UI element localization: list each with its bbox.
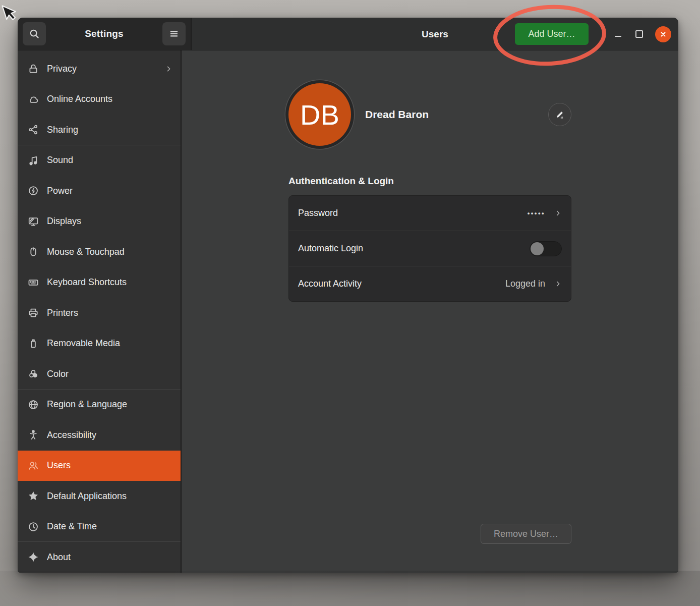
row-label: Account Activity (298, 279, 362, 289)
user-full-name: Dread Baron (365, 108, 429, 121)
sidebar-item-sharing[interactable]: Sharing (18, 115, 181, 145)
sidebar-item-label: About (47, 552, 71, 563)
row-end: Logged in (505, 279, 562, 289)
sidebar-item-label: Default Applications (47, 491, 127, 502)
section-title: Authentication & Login (288, 176, 394, 187)
chevron-right-icon (165, 65, 172, 73)
add-user-button[interactable]: Add User… (515, 23, 589, 45)
share-icon (28, 124, 39, 135)
row-value: Logged in (505, 279, 545, 289)
cloud-icon (28, 94, 39, 105)
keyboard-icon (28, 277, 39, 288)
sidebar-item-label: Users (47, 460, 71, 471)
automatic-login-row[interactable]: Automatic Login (289, 231, 571, 266)
display-icon (28, 216, 39, 227)
sidebar-item-users[interactable]: Users (18, 451, 181, 481)
sidebar-item-label: Color (47, 369, 69, 379)
sidebar-item-label: Privacy (47, 64, 77, 74)
sidebar-item-label: Sound (47, 155, 73, 166)
sidebar-item-label: Keyboard Shortcuts (47, 277, 127, 288)
sidebar-item-label: Region & Language (47, 399, 127, 410)
lock-icon (28, 63, 39, 74)
printer-icon (28, 307, 39, 318)
sidebar-item-keyboard-shortcuts[interactable]: Keyboard Shortcuts (18, 267, 181, 298)
mouse-icon (28, 246, 39, 257)
sidebar-header: Settings (18, 18, 192, 50)
sidebar-item-accessibility[interactable]: Accessibility (18, 420, 181, 451)
sidebar-item-label: Date & Time (47, 521, 97, 532)
settings-title: Settings (49, 28, 159, 39)
password-row[interactable]: Password••••• (289, 196, 571, 231)
auth-card: Password•••••Automatic LoginAccount Acti… (288, 195, 571, 302)
remove-user-button[interactable]: Remove User… (481, 524, 571, 544)
edit-name-button[interactable] (548, 103, 571, 126)
sidebar-item-label: Mouse & Touchpad (47, 247, 125, 257)
search-button[interactable] (23, 22, 46, 45)
star-icon (28, 490, 39, 502)
users-icon (28, 460, 39, 471)
usb-icon (28, 338, 39, 349)
chevron-right-icon (554, 209, 562, 217)
close-icon[interactable] (655, 26, 671, 42)
sidebar-item-sound[interactable]: Sound (18, 145, 181, 176)
pencil-icon (555, 109, 565, 120)
main-header: Users Add User… (192, 18, 678, 50)
chevron-right-icon (554, 280, 562, 288)
sidebar-item-label: Printers (47, 308, 78, 318)
window-controls (613, 18, 671, 50)
sidebar-item-mouse-touchpad[interactable]: Mouse & Touchpad (18, 237, 181, 267)
avatar: DB (288, 83, 351, 146)
page-title: Users (192, 18, 678, 50)
search-icon (29, 28, 40, 39)
sidebar: PrivacyOnline AccountsSharingSoundPowerD… (18, 50, 182, 573)
sidebar-item-color[interactable]: Color (18, 359, 181, 390)
hamburger-icon (168, 28, 180, 39)
titlebar: Settings Users Add User… (18, 18, 678, 50)
row-label: Automatic Login (298, 243, 363, 254)
sidebar-item-label: Displays (47, 216, 81, 227)
settings-window: Settings Users Add User… (18, 18, 678, 573)
row-end: ••••• (528, 209, 562, 217)
sidebar-item-online-accounts[interactable]: Online Accounts (18, 84, 181, 115)
sidebar-item-about[interactable]: About (18, 542, 181, 573)
sidebar-item-region-language[interactable]: Region & Language (18, 390, 181, 420)
toggle-knob (531, 242, 544, 255)
clock-icon (28, 521, 39, 532)
sidebar-item-label: Accessibility (47, 430, 96, 440)
sidebar-item-label: Removable Media (47, 338, 120, 349)
row-value: ••••• (528, 209, 545, 217)
maximize-icon[interactable] (634, 29, 644, 39)
users-panel: DB Dread Baron Authentication & Login Pa… (182, 50, 678, 573)
profile-row: DB Dread Baron (288, 79, 571, 150)
row-label: Password (298, 208, 338, 218)
sidebar-list: PrivacyOnline AccountsSharingSoundPowerD… (18, 50, 181, 573)
sidebar-item-label: Sharing (47, 125, 78, 135)
sparkle-icon (28, 552, 39, 563)
minimize-icon[interactable] (613, 29, 623, 39)
sidebar-item-removable-media[interactable]: Removable Media (18, 328, 181, 359)
sidebar-item-printers[interactable]: Printers (18, 298, 181, 328)
automatic-login-toggle[interactable] (530, 241, 562, 256)
sidebar-item-label: Power (47, 186, 73, 196)
menu-button[interactable] (162, 22, 186, 45)
sidebar-item-date-time[interactable]: Date & Time (18, 512, 181, 542)
sidebar-item-privacy[interactable]: Privacy (18, 53, 181, 84)
accessibility-icon (28, 429, 39, 440)
window-body: PrivacyOnline AccountsSharingSoundPowerD… (18, 50, 678, 573)
globe-icon (28, 399, 39, 410)
account-activity-row[interactable]: Account ActivityLogged in (289, 266, 571, 301)
sidebar-item-displays[interactable]: Displays (18, 206, 181, 237)
desktop: Settings Users Add User… (0, 0, 700, 606)
sidebar-item-default-applications[interactable]: Default Applications (18, 481, 181, 512)
sidebar-item-power[interactable]: Power (18, 176, 181, 206)
sidebar-item-label: Online Accounts (47, 94, 112, 104)
power-icon (28, 185, 39, 196)
color-icon (28, 368, 39, 379)
row-end (530, 241, 562, 256)
sound-icon (28, 155, 39, 166)
